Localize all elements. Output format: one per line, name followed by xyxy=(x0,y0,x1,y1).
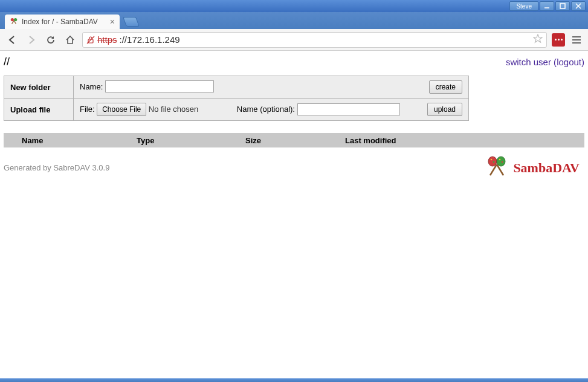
tab-close-icon[interactable]: × xyxy=(110,17,115,27)
breadcrumb-path: // xyxy=(4,56,10,68)
folder-name-label: Name: xyxy=(80,82,103,91)
folder-name-input[interactable] xyxy=(105,80,214,92)
actions-panel: New folder Name: create Upload file File… xyxy=(4,76,469,121)
file-chosen-status: No file chosen xyxy=(149,105,198,114)
maximize-button[interactable] xyxy=(555,1,570,11)
minimize-button[interactable] xyxy=(540,1,554,11)
upload-name-input[interactable] xyxy=(297,103,400,115)
file-field-label: File: xyxy=(80,105,95,114)
maracas-favicon-icon xyxy=(10,18,18,26)
address-bar[interactable]: https://172.16.1.249 xyxy=(82,32,547,48)
tab-title: Index for / - SambaDAV xyxy=(22,18,98,26)
choose-file-button[interactable]: Choose File xyxy=(97,103,146,116)
user-links: switch user (logout) xyxy=(506,57,584,67)
extension-dots-icon xyxy=(555,39,563,40)
protocol-text: https xyxy=(97,34,117,45)
browser-tab[interactable]: Index for / - SambaDAV × xyxy=(5,15,120,29)
security-warning-icon xyxy=(86,36,95,44)
forward-button[interactable] xyxy=(24,33,39,47)
tab-strip: Index for / - SambaDAV × xyxy=(0,12,588,29)
svg-point-15 xyxy=(493,161,495,163)
svg-point-7 xyxy=(14,18,17,21)
new-tab-button[interactable] xyxy=(123,17,140,27)
reload-button[interactable] xyxy=(44,33,58,47)
column-size: Size xyxy=(245,136,345,145)
user-menu-button[interactable]: Steve xyxy=(509,1,538,11)
close-window-button[interactable] xyxy=(571,1,586,11)
bookmark-star-icon[interactable] xyxy=(533,34,543,45)
hamburger-menu-button[interactable] xyxy=(570,36,583,44)
brand-logo: SambaDAV xyxy=(484,156,580,180)
column-name: Name xyxy=(4,136,137,145)
svg-point-19 xyxy=(502,161,503,163)
window-titlebar: Steve xyxy=(0,0,588,12)
new-folder-label: New folder xyxy=(4,76,74,99)
svg-point-18 xyxy=(499,159,501,161)
svg-point-6 xyxy=(11,18,14,21)
upload-file-label: Upload file xyxy=(4,99,74,121)
file-list-header: Name Type Size Last modified xyxy=(4,133,584,147)
optional-name-label: Name (optional): xyxy=(237,105,295,114)
create-folder-button[interactable]: create xyxy=(429,80,462,94)
browser-toolbar: https://172.16.1.249 xyxy=(0,29,588,51)
back-button[interactable] xyxy=(5,33,19,47)
url-text: ://172.16.1.249 xyxy=(120,34,180,45)
page-content: // switch user (logout) New folder Name:… xyxy=(0,51,588,184)
svg-rect-1 xyxy=(560,4,565,8)
upload-button[interactable]: upload xyxy=(427,103,462,116)
home-button[interactable] xyxy=(63,33,77,47)
column-type: Type xyxy=(137,136,245,145)
column-modified: Last modified xyxy=(345,136,584,145)
maracas-logo-icon xyxy=(484,156,509,180)
brand-text: SambaDAV xyxy=(513,160,580,176)
logout-link[interactable]: logout xyxy=(557,57,581,67)
switch-user-link[interactable]: switch user xyxy=(506,57,551,67)
generated-by-text: Generated by SabreDAV 3.0.9 xyxy=(4,163,109,172)
svg-point-14 xyxy=(491,159,493,161)
extension-button[interactable] xyxy=(552,33,565,47)
